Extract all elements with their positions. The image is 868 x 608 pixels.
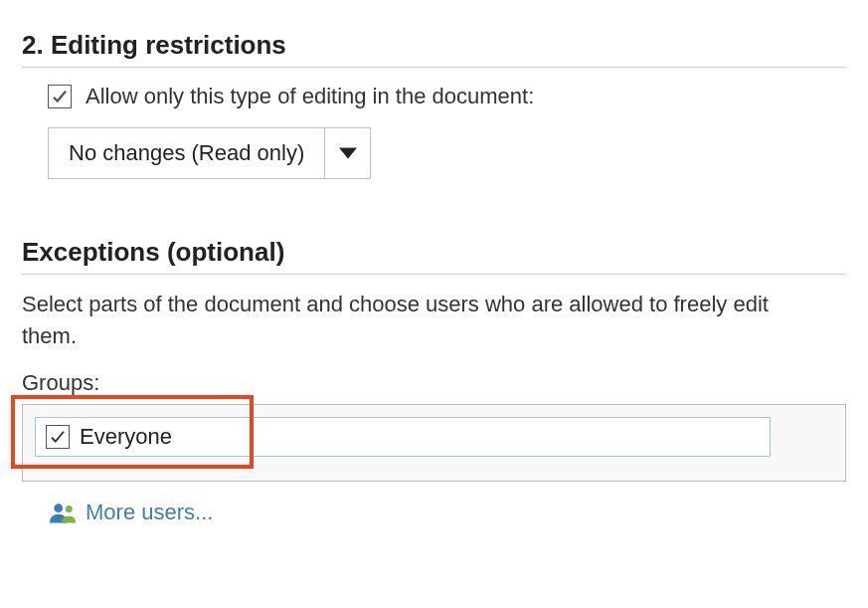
allow-editing-checkbox[interactable]: [48, 85, 72, 108]
allow-editing-label: Allow only this type of editing in the d…: [86, 84, 534, 109]
group-item-label: Everyone: [80, 424, 172, 450]
editing-restrictions-heading: 2. Editing restrictions: [22, 30, 846, 68]
groups-label: Groups:: [22, 370, 846, 396]
check-icon: [51, 88, 69, 105]
exceptions-description: Select parts of the document and choose …: [22, 289, 817, 352]
svg-marker-0: [339, 148, 357, 159]
exceptions-heading: Exceptions (optional): [22, 237, 846, 275]
users-icon: [50, 501, 78, 524]
more-users-link[interactable]: More users...: [50, 500, 213, 525]
dropdown-toggle[interactable]: [324, 128, 370, 178]
groups-listbox: Everyone: [22, 404, 846, 482]
everyone-checkbox[interactable]: [46, 425, 70, 449]
check-icon: [49, 428, 67, 446]
chevron-down-icon: [339, 147, 357, 159]
editing-type-value: No changes (Read only): [49, 128, 324, 178]
editing-type-dropdown[interactable]: No changes (Read only): [48, 127, 371, 179]
svg-point-2: [66, 506, 73, 512]
svg-point-1: [54, 504, 63, 512]
more-users-label: More users...: [86, 500, 213, 525]
group-item-everyone[interactable]: Everyone: [35, 417, 771, 457]
